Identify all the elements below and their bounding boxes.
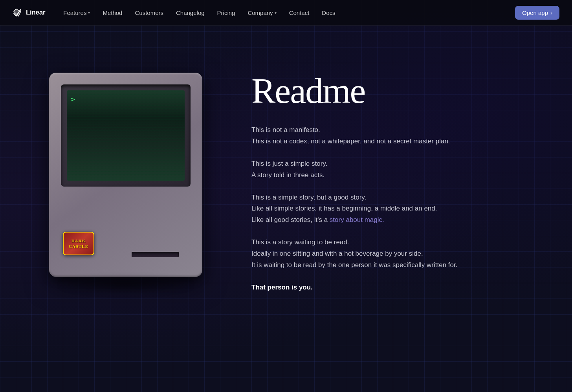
p4-line2: Ideally in one sitting and with a hot be… — [251, 250, 423, 257]
nav-item-pricing[interactable]: Pricing — [212, 6, 241, 19]
nav-item-docs[interactable]: Docs — [316, 6, 341, 19]
p4-line1: This is a story waiting to be read. — [251, 238, 349, 246]
nav-item-features[interactable]: Features ▾ — [58, 6, 95, 19]
p3-line1: This is a simple story, but a good story… — [251, 194, 366, 201]
p4-line3: It is waiting to be read by the one pers… — [251, 261, 457, 269]
nav-item-customers[interactable]: Customers — [129, 6, 169, 19]
paragraph-5: That person is you. — [251, 282, 541, 293]
mac-shadow — [57, 277, 194, 293]
arrow-right-icon: › — [550, 9, 552, 16]
paragraph-4: This is a story waiting to be read. Idea… — [251, 237, 541, 271]
p3-line3-prefix: Like all good stories, it's a — [251, 216, 330, 223]
p1-line2: This is not a codex, not a whitepaper, a… — [251, 137, 450, 145]
mac-screen: > — [67, 90, 185, 181]
dark-castle-sticker: Dark Castle — [63, 232, 94, 255]
mac-illustration-side: > Dark Castle — [31, 49, 220, 293]
chevron-down-icon: ▾ — [88, 11, 90, 15]
p2-line1: This is just a simple story. — [251, 160, 327, 167]
nav-item-company[interactable]: Company ▾ — [242, 6, 282, 19]
logo-text: Linear — [26, 9, 45, 16]
mac-body: > Dark Castle — [49, 73, 202, 277]
paragraph-1: This is not a manifesto. This is not a c… — [251, 125, 541, 147]
content-layout: > Dark Castle Readme — [0, 26, 572, 392]
terminal-cursor: > — [71, 96, 75, 103]
nav-item-changelog[interactable]: Changelog — [170, 6, 210, 19]
mac-screen-bezel: > — [61, 84, 191, 187]
closing-statement: That person is you. — [251, 284, 313, 291]
open-app-button[interactable]: Open app › — [515, 6, 559, 20]
linear-logo-icon — [13, 8, 22, 17]
navbar: Linear Features ▾ Method Customers Chang… — [0, 0, 572, 26]
paragraph-2: This is just a simple story. A story tol… — [251, 158, 541, 181]
nav-logo[interactable]: Linear — [13, 8, 45, 17]
text-content-side: Readme This is not a manifesto. This is … — [251, 49, 541, 293]
nav-item-contact[interactable]: Contact — [284, 6, 315, 19]
nav-item-method[interactable]: Method — [97, 6, 128, 19]
p2-line2: A story told in three acts. — [251, 171, 324, 179]
nav-items: Features ▾ Method Customers Changelog Pr… — [58, 6, 515, 19]
magic-link[interactable]: story about magic. — [330, 216, 384, 223]
disk-slot — [132, 252, 179, 257]
readme-title: Readme — [251, 73, 541, 109]
page-content: > Dark Castle Readme — [0, 0, 572, 392]
paragraph-3: This is a simple story, but a good story… — [251, 192, 541, 226]
p3-line2: Like all simple stories, it has a beginn… — [251, 205, 437, 212]
chevron-down-icon-company: ▾ — [275, 11, 277, 15]
mac-container: > Dark Castle — [41, 65, 210, 293]
p1-line1: This is not a manifesto. — [251, 126, 320, 134]
readme-body: This is not a manifesto. This is not a c… — [251, 125, 541, 293]
